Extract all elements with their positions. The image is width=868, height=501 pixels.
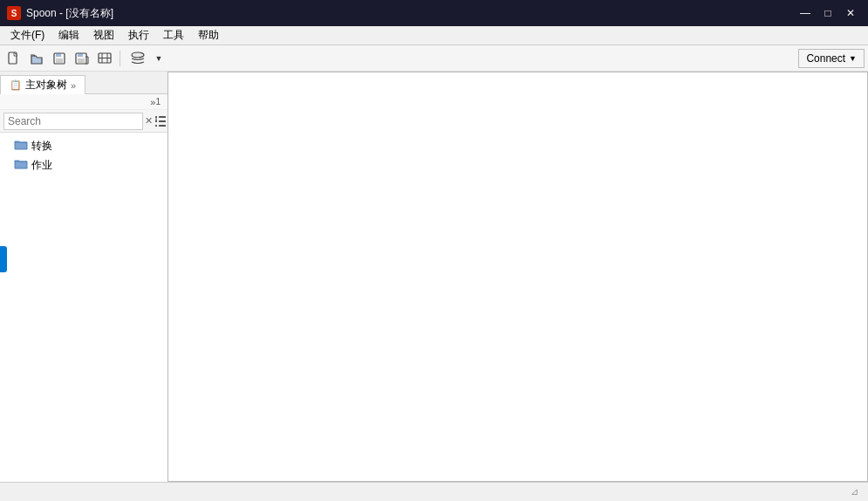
layers-dropdown-button[interactable]: ▼	[153, 48, 165, 69]
tree-view-button[interactable]	[154, 113, 167, 130]
menu-tools[interactable]: 工具	[156, 26, 191, 45]
main-area: 📋 主对象树 » » 1 ✕	[0, 72, 868, 482]
tab-chevron-icon: »	[71, 80, 76, 91]
expand-num: 1	[155, 97, 161, 106]
menu-help[interactable]: 帮助	[191, 26, 226, 45]
left-edge-indicator	[0, 246, 7, 272]
status-bar: ⊿	[0, 482, 868, 501]
resize-handle-icon[interactable]: ⊿	[851, 486, 863, 498]
menu-file[interactable]: 文件(F)	[3, 26, 51, 45]
search-bar: ✕	[0, 110, 167, 133]
svg-point-8	[132, 52, 144, 58]
tab-label: 主对象树	[25, 78, 67, 93]
tree-item-convert-label: 转换	[31, 139, 52, 154]
svg-rect-13	[159, 125, 166, 127]
window-title: Spoon - [没有名称]	[26, 6, 113, 21]
close-button[interactable]: ✕	[840, 4, 861, 22]
layers-button[interactable]	[125, 48, 151, 69]
connect-label: Connect	[806, 52, 845, 65]
folder-icon-2	[14, 158, 28, 172]
new-button[interactable]	[3, 48, 24, 69]
right-panel	[168, 72, 868, 482]
connect-dropdown-icon: ▼	[849, 54, 857, 63]
search-input[interactable]	[3, 113, 143, 130]
svg-rect-11	[159, 120, 166, 122]
save-button[interactable]	[49, 48, 70, 69]
run-button[interactable]	[94, 48, 115, 69]
app-icon: S	[7, 6, 21, 20]
main-tree-tab[interactable]: 📋 主对象树 »	[0, 75, 85, 94]
svg-rect-14	[155, 125, 157, 127]
toolbar-separator	[120, 51, 120, 66]
tab-icon: 📋	[10, 79, 22, 91]
tree-item-convert[interactable]: 转换	[0, 136, 167, 155]
folder-icon	[14, 139, 28, 153]
svg-rect-3	[56, 58, 63, 63]
saveas-button[interactable]	[72, 48, 92, 69]
open-button[interactable]	[26, 48, 47, 69]
maximize-button[interactable]: □	[817, 4, 838, 22]
menu-run[interactable]: 执行	[121, 26, 156, 45]
search-clear-button[interactable]: ✕	[145, 114, 153, 128]
tree-item-job[interactable]: 作业	[0, 155, 167, 175]
svg-rect-5	[78, 53, 83, 57]
expand-row: » 1	[0, 94, 167, 110]
left-panel: 📋 主对象树 » » 1 ✕	[0, 72, 168, 482]
svg-rect-10	[155, 116, 157, 118]
tree-area: 转换 作业	[0, 133, 167, 482]
title-bar: S Spoon - [没有名称] — □ ✕	[0, 0, 868, 26]
menu-edit[interactable]: 编辑	[51, 26, 86, 45]
menu-bar: 文件(F) 编辑 视图 执行 工具 帮助	[0, 26, 868, 45]
toolbar: ▼ Connect ▼	[0, 45, 868, 72]
connect-button[interactable]: Connect ▼	[798, 49, 865, 68]
svg-rect-2	[56, 53, 61, 57]
menu-view[interactable]: 视图	[86, 26, 121, 45]
minimize-button[interactable]: —	[795, 4, 816, 22]
tree-item-job-label: 作业	[31, 158, 52, 173]
svg-rect-6	[78, 58, 85, 63]
window-controls: — □ ✕	[795, 4, 861, 22]
svg-rect-9	[159, 116, 166, 118]
panel-tab-bar: 📋 主对象树 »	[0, 72, 167, 94]
